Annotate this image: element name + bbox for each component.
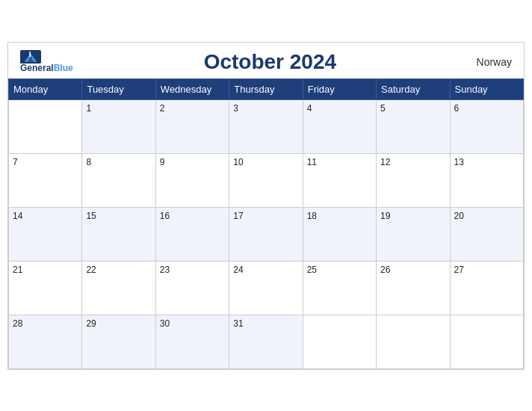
calendar-cell: 27 xyxy=(450,261,523,315)
day-number: 2 xyxy=(160,103,165,114)
calendar-cell: 6 xyxy=(450,99,523,153)
table-row: 28293031 xyxy=(9,315,524,368)
calendar-cell: 29 xyxy=(82,315,155,368)
header-thursday: Thursday xyxy=(229,78,303,99)
day-number: 23 xyxy=(160,265,170,275)
day-number: 29 xyxy=(86,318,96,329)
day-number: 5 xyxy=(380,103,386,114)
day-number: 21 xyxy=(13,265,22,275)
calendar-cell: 15 xyxy=(82,207,155,261)
day-number: 27 xyxy=(454,265,464,275)
calendar-cell: 30 xyxy=(155,315,229,368)
calendar-cell: 31 xyxy=(229,315,303,368)
day-number: 26 xyxy=(380,265,390,275)
calendar-cell: 28 xyxy=(9,315,82,368)
header-wednesday: Wednesday xyxy=(155,78,229,99)
header-saturday: Saturday xyxy=(377,78,450,99)
day-number: 28 xyxy=(13,318,22,329)
day-number: 30 xyxy=(160,318,170,329)
logo-blue: Blue xyxy=(54,64,73,73)
day-number: 10 xyxy=(233,157,243,167)
calendar-cell: 25 xyxy=(303,261,376,315)
header-monday: Monday xyxy=(9,78,82,99)
country-label: Norway xyxy=(467,56,512,68)
day-number: 13 xyxy=(454,157,464,167)
table-row: 123456 xyxy=(9,99,524,153)
table-row: 14151617181920 xyxy=(9,207,524,261)
day-number: 11 xyxy=(307,157,317,167)
day-number: 9 xyxy=(160,157,165,167)
logo-icon xyxy=(20,50,41,64)
day-number: 1 xyxy=(86,103,91,114)
calendar-cell: 11 xyxy=(303,153,376,207)
day-number: 19 xyxy=(380,211,390,221)
day-number: 25 xyxy=(307,265,317,275)
header-friday: Friday xyxy=(303,78,376,99)
calendar-cell: 13 xyxy=(450,153,523,207)
day-number: 6 xyxy=(454,103,460,114)
day-headers-row: Monday Tuesday Wednesday Thursday Friday… xyxy=(9,78,524,99)
day-number: 16 xyxy=(160,211,170,221)
calendar-cell: 17 xyxy=(229,207,303,261)
table-row: 78910111213 xyxy=(9,153,524,207)
calendar-cell: 22 xyxy=(82,261,155,315)
calendar-cell: 3 xyxy=(229,99,303,153)
month-title: October 2024 xyxy=(73,50,467,74)
header-sunday: Sunday xyxy=(450,78,523,99)
day-number: 20 xyxy=(454,211,464,221)
calendar-cell: 18 xyxy=(303,207,376,261)
day-number: 12 xyxy=(380,157,390,167)
calendar-cell: 21 xyxy=(9,261,82,315)
calendar-cell xyxy=(303,315,376,368)
calendar-header: General Blue October 2024 Norway xyxy=(8,43,524,78)
calendar-cell: 9 xyxy=(155,153,229,207)
day-number: 7 xyxy=(13,157,18,167)
day-number: 8 xyxy=(86,157,91,167)
day-number: 4 xyxy=(307,103,312,114)
day-number: 18 xyxy=(307,211,317,221)
day-number: 31 xyxy=(233,318,243,329)
calendar-cell xyxy=(377,315,450,368)
calendar-cell: 2 xyxy=(155,99,229,153)
day-number: 14 xyxy=(13,211,22,221)
calendar-cell: 24 xyxy=(229,261,303,315)
day-number: 24 xyxy=(233,265,243,275)
day-number: 15 xyxy=(86,211,96,221)
logo-general: General xyxy=(20,64,54,73)
day-number: 3 xyxy=(233,103,238,114)
header-tuesday: Tuesday xyxy=(82,78,155,99)
calendar-cell: 14 xyxy=(9,207,82,261)
day-number: 22 xyxy=(86,265,96,275)
table-row: 21222324252627 xyxy=(9,261,524,315)
calendar: General Blue October 2024 Norway Monday … xyxy=(7,42,525,370)
calendar-cell: 26 xyxy=(377,261,450,315)
calendar-cell: 12 xyxy=(377,153,450,207)
calendar-cell: 19 xyxy=(377,207,450,261)
calendar-cell: 10 xyxy=(229,153,303,207)
calendar-cell xyxy=(450,315,523,368)
calendar-cell: 20 xyxy=(450,207,523,261)
calendar-cell: 23 xyxy=(155,261,229,315)
calendar-table: Monday Tuesday Wednesday Thursday Friday… xyxy=(8,78,524,369)
calendar-cell xyxy=(9,99,82,153)
day-number: 17 xyxy=(233,211,243,221)
calendar-cell: 4 xyxy=(303,99,376,153)
svg-rect-3 xyxy=(29,52,31,57)
calendar-cell: 7 xyxy=(9,153,82,207)
logo-area: General Blue xyxy=(20,50,73,73)
calendar-cell: 5 xyxy=(377,99,450,153)
calendar-cell: 16 xyxy=(155,207,229,261)
calendar-cell: 8 xyxy=(82,153,155,207)
calendar-cell: 1 xyxy=(82,99,155,153)
